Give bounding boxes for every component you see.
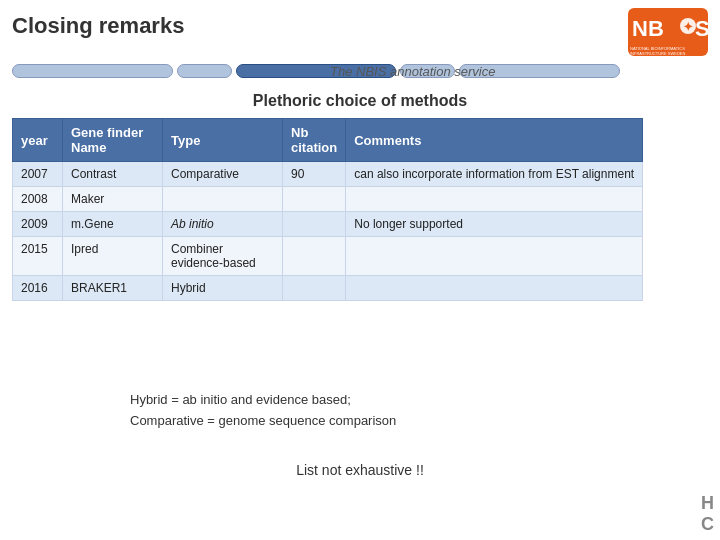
- cell-type: Combiner evidence-based: [163, 237, 283, 276]
- cell-year: 2009: [13, 212, 63, 237]
- col-header-gene: Gene finder Name: [63, 119, 163, 162]
- section-title: Plethoric choice of methods: [0, 92, 720, 110]
- cell-type: Ab initio: [163, 212, 283, 237]
- col-header-type: Type: [163, 119, 283, 162]
- table-header-row: year Gene finder Name Type Nb citation C…: [13, 119, 643, 162]
- cell-comments: [346, 187, 643, 212]
- page-title: Closing remarks: [12, 13, 184, 39]
- svg-text:✦: ✦: [683, 20, 693, 34]
- table-body: 2007ContrastComparative90can also incorp…: [13, 162, 643, 301]
- corner-letters: HC: [701, 493, 714, 536]
- cell-comments: can also incorporate information from ES…: [346, 162, 643, 187]
- cell-comments: [346, 276, 643, 301]
- cell-nb-citation: [283, 237, 346, 276]
- bottom-line1: Hybrid = ab initio and evidence based;: [130, 390, 396, 411]
- cell-type: [163, 187, 283, 212]
- gene-finder-table: year Gene finder Name Type Nb citation C…: [12, 118, 643, 301]
- cell-comments: [346, 237, 643, 276]
- cell-type: Hybrid: [163, 276, 283, 301]
- cell-year: 2008: [13, 187, 63, 212]
- progress-segment-2: [177, 64, 232, 78]
- cell-gene-finder: Maker: [63, 187, 163, 212]
- table-row: 2007ContrastComparative90can also incorp…: [13, 162, 643, 187]
- col-header-nb: Nb citation: [283, 119, 346, 162]
- progress-segment-1: [12, 64, 173, 78]
- svg-text:S: S: [695, 16, 708, 41]
- cell-year: 2015: [13, 237, 63, 276]
- svg-text:INFRASTRUCTURE SWEDEN: INFRASTRUCTURE SWEDEN: [630, 51, 685, 56]
- cell-gene-finder: Ipred: [63, 237, 163, 276]
- cell-nb-citation: [283, 276, 346, 301]
- cell-gene-finder: BRAKER1: [63, 276, 163, 301]
- cell-comments: No longer supported: [346, 212, 643, 237]
- svg-text:NB: NB: [632, 16, 664, 41]
- cell-gene-finder: Contrast: [63, 162, 163, 187]
- col-header-year: year: [13, 119, 63, 162]
- col-header-comments: Comments: [346, 119, 643, 162]
- cell-nb-citation: 90: [283, 162, 346, 187]
- list-note: List not exhaustive !!: [0, 462, 720, 478]
- bottom-line2: Comparative = genome sequence comparison: [130, 411, 396, 432]
- cell-nb-citation: [283, 187, 346, 212]
- nbis-logo: NB ✦ S NATIONAL BIOINFORMATICS INFRASTRU…: [628, 8, 708, 56]
- table-row: 2016BRAKER1Hybrid: [13, 276, 643, 301]
- cell-nb-citation: [283, 212, 346, 237]
- table-row: 2008Maker: [13, 187, 643, 212]
- cell-type: Comparative: [163, 162, 283, 187]
- annotation-service-label: The NBIS annotation service: [330, 64, 495, 79]
- table-row: 2009m.GeneAb initioNo longer supported: [13, 212, 643, 237]
- bottom-text: Hybrid = ab initio and evidence based; C…: [130, 390, 396, 432]
- table-row: 2015IpredCombiner evidence-based: [13, 237, 643, 276]
- cell-year: 2016: [13, 276, 63, 301]
- cell-gene-finder: m.Gene: [63, 212, 163, 237]
- progress-bar: [12, 62, 620, 80]
- cell-year: 2007: [13, 162, 63, 187]
